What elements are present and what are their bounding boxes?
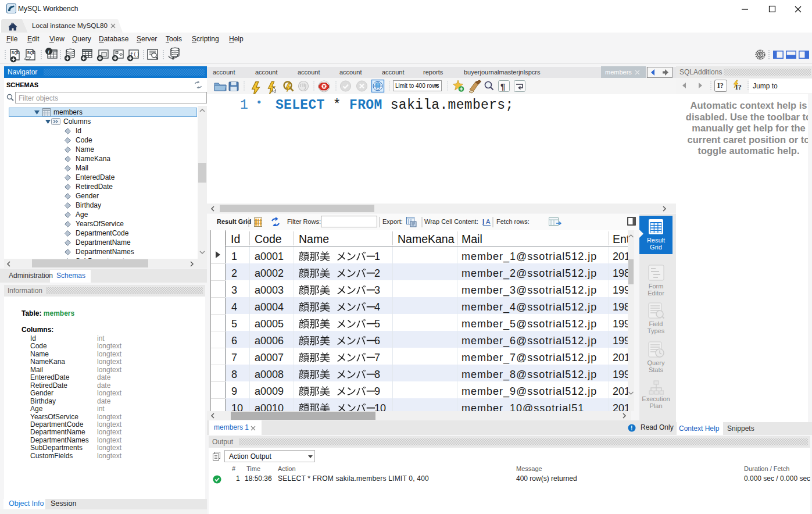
svg-text:I: I (482, 218, 484, 225)
svg-text:I?: I? (735, 83, 742, 91)
svg-text:¶: ¶ (500, 81, 505, 91)
svg-text:Limit to 400 rows: Limit to 400 rows (395, 83, 439, 89)
svg-text:Grid: Grid (650, 244, 662, 251)
svg-text:Result: Result (647, 237, 665, 244)
svg-text:!: ! (631, 425, 632, 431)
svg-text:A: A (486, 218, 491, 225)
